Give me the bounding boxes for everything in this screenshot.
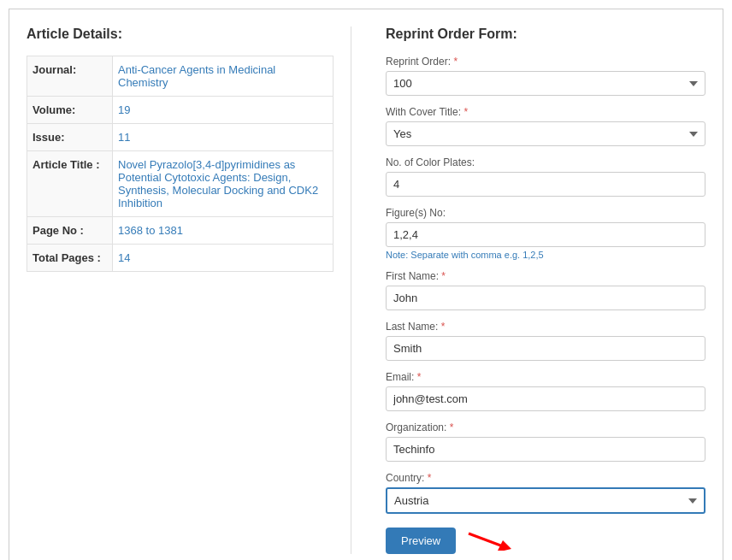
color-plates-label: No. of Color Plates: [386,156,705,168]
left-panel: Article Details: Journal: Anti-Cancer Ag… [27,27,351,554]
reprint-order-group: Reprint Order: * 100 200 300 [386,56,705,96]
organization-label: Organization: * [386,421,705,433]
right-panel: Reprint Order Form: Reprint Order: * 100… [377,27,705,554]
country-label: Country: * [386,472,705,484]
field-label-totalpages: Total Pages : [27,245,113,272]
figures-note: Note: Separate with comma e.g. 1,2,5 [386,250,705,260]
first-name-input[interactable] [386,286,705,310]
field-value-totalpages: 14 [113,245,334,272]
table-row: Page No : 1368 to 1381 [27,217,334,245]
preview-container: Preview [386,524,705,554]
email-group: Email: * [386,371,705,411]
field-value-pageno: 1368 to 1381 [113,217,334,245]
reprint-order-title: Reprint Order Form: [386,27,705,42]
field-value-issue: 11 [113,124,334,151]
field-value-title: Novel Pyrazolo[3,4-d]pyrimidines as Pote… [113,151,334,217]
field-label-pageno: Page No : [27,217,113,245]
last-name-group: Last Name: * [386,321,705,361]
email-label: Email: * [386,371,705,383]
field-label-journal: Journal: [27,56,113,97]
table-row: Journal: Anti-Cancer Agents in Medicinal… [27,56,334,97]
first-name-label: First Name: * [386,270,705,282]
color-plates-input[interactable] [386,172,705,197]
figures-label: Figure(s) No: [386,207,705,219]
cover-title-select[interactable]: Yes No [386,121,705,146]
article-table: Journal: Anti-Cancer Agents in Medicinal… [27,56,334,272]
email-input[interactable] [386,386,705,411]
first-name-group: First Name: * [386,270,705,310]
reprint-order-label: Reprint Order: * [386,56,705,68]
field-label-issue: Issue: [27,124,113,151]
red-arrow-icon [464,525,516,553]
last-name-input[interactable] [386,336,705,361]
table-row: Total Pages : 14 [27,245,334,272]
field-label-volume: Volume: [27,97,113,124]
cover-title-label: With Cover Title: * [386,106,705,118]
table-row: Volume: 19 [27,97,334,124]
last-name-label: Last Name: * [386,321,705,333]
field-value-volume: 19 [113,97,334,124]
country-select[interactable]: Austria Australia Germany France United … [386,487,705,514]
field-value-journal: Anti-Cancer Agents in Medicinal Chemistr… [113,56,334,97]
figures-input[interactable] [386,222,705,247]
preview-button[interactable]: Preview [386,528,456,554]
organization-group: Organization: * [386,421,705,462]
reprint-order-select[interactable]: 100 200 300 [386,71,705,96]
country-group: Country: * Austria Australia Germany Fra… [386,472,705,514]
color-plates-group: No. of Color Plates: [386,156,705,197]
table-row: Issue: 11 [27,124,334,151]
organization-input[interactable] [386,437,705,462]
cover-title-group: With Cover Title: * Yes No [386,106,705,146]
field-label-title: Article Title : [27,151,113,217]
figures-group: Figure(s) No: Note: Separate with comma … [386,207,705,260]
article-details-title: Article Details: [27,27,334,42]
table-row: Article Title : Novel Pyrazolo[3,4-d]pyr… [27,151,334,217]
svg-line-0 [469,533,503,546]
